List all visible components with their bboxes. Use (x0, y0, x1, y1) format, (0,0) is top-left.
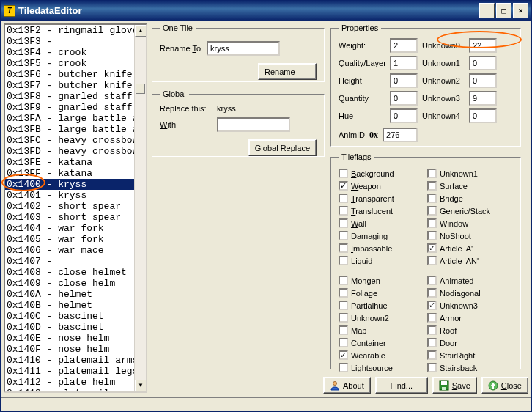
checkbox-icon[interactable] (339, 256, 348, 265)
checkbox-icon[interactable] (339, 338, 348, 347)
flag-lightsource[interactable]: Lightsource (339, 361, 424, 374)
flag-impassable[interactable]: Impassable (339, 242, 424, 254)
checkbox-icon[interactable] (339, 218, 348, 228)
list-item[interactable]: 0x13F4 - crook (5, 47, 146, 58)
prop-input-height[interactable] (390, 73, 418, 88)
list-item[interactable]: 0x1409 - close helm (5, 278, 146, 289)
flag-bridge[interactable]: Bridge (427, 192, 513, 205)
checkbox-icon[interactable] (339, 181, 348, 191)
tile-listbox[interactable]: 0x13F2 - ringmail gloves0x13F3 -0x13F4 -… (4, 23, 147, 393)
flag-armor[interactable]: Armor (427, 312, 513, 324)
list-item[interactable]: 0x1411 - platemail legs (5, 366, 146, 377)
checkbox-icon[interactable] (427, 194, 437, 203)
prop-input-unknown3[interactable] (469, 91, 497, 106)
checkbox-icon[interactable] (339, 243, 348, 253)
list-item[interactable]: 0x1410 - platemail arms (5, 355, 146, 366)
checkbox-icon[interactable] (427, 301, 437, 310)
with-input[interactable] (217, 117, 290, 132)
prop-input-weight[interactable] (390, 38, 418, 53)
flag-background[interactable]: Background (339, 167, 424, 180)
flag-unknown1[interactable]: Unknown1 (427, 167, 513, 180)
checkbox-icon[interactable] (427, 231, 437, 240)
list-item[interactable]: 0x1402 - short spear (5, 201, 146, 212)
prop-input-quantity[interactable] (390, 91, 418, 106)
checkbox-icon[interactable] (427, 325, 437, 335)
list-item[interactable]: 0x13F2 - ringmail gloves (5, 25, 146, 36)
list-item[interactable]: 0x1413 - platemail gorget (5, 388, 146, 393)
list-item[interactable]: 0x13F3 - (5, 36, 146, 47)
checkbox-icon[interactable] (427, 363, 437, 372)
prop-input-unknown1[interactable] (469, 56, 497, 70)
list-item[interactable]: 0x1400 - kryss (5, 179, 146, 190)
flag-container[interactable]: Container (339, 336, 424, 349)
checkbox-icon[interactable] (427, 276, 437, 285)
rename-input[interactable] (207, 41, 280, 56)
flag-unknown3[interactable]: Unknown3 (427, 299, 513, 312)
checkbox-icon[interactable] (427, 350, 437, 360)
minimize-button[interactable]: _ (479, 3, 495, 18)
checkbox-icon[interactable] (339, 194, 348, 203)
checkbox-icon[interactable] (427, 181, 437, 191)
checkbox-icon[interactable] (339, 313, 348, 323)
list-item[interactable]: 0x13FD - heavy crossbow (5, 146, 146, 157)
flag-genericstack[interactable]: Generic/Stack (427, 205, 513, 217)
flag-stairsback[interactable]: Stairsback (427, 361, 513, 374)
flag-nodiagonal[interactable]: Nodiagonal (427, 287, 513, 299)
checkbox-icon[interactable] (427, 206, 437, 216)
list-item[interactable]: 0x13F8 - gnarled staff (5, 91, 146, 102)
list-scrollbar[interactable]: ▲ ▼ (134, 25, 146, 391)
flag-wall[interactable]: Wall (339, 217, 424, 229)
flag-transparent[interactable]: Transparent (339, 192, 424, 205)
checkbox-icon[interactable] (427, 288, 437, 298)
scroll-down-icon[interactable]: ▼ (135, 380, 147, 391)
about-button[interactable]: About (323, 377, 371, 394)
global-replace-button[interactable]: Global Replace (248, 139, 317, 156)
list-item[interactable]: 0x13F5 - crook (5, 58, 146, 69)
list-item[interactable]: 0x140E - nose helm (5, 333, 146, 344)
list-item[interactable]: 0x13FB - large battle ax (5, 124, 146, 135)
list-item[interactable]: 0x13F7 - butcher knife (5, 80, 146, 91)
list-item[interactable]: 0x1412 - plate helm (5, 377, 146, 388)
list-item[interactable]: 0x1407 - (5, 256, 146, 267)
list-item[interactable]: 0x140D - bascinet (5, 322, 146, 333)
checkbox-icon[interactable] (339, 301, 348, 310)
prop-input-unknown4[interactable] (469, 108, 497, 123)
flag-mongen[interactable]: Mongen (339, 274, 424, 287)
list-item[interactable]: 0x13FA - large battle ax (5, 113, 146, 124)
maximize-button[interactable]: □ (496, 3, 511, 18)
flag-noshoot[interactable]: NoShoot (427, 229, 513, 242)
animid-input[interactable] (383, 128, 418, 142)
list-item[interactable]: 0x1406 - war mace (5, 245, 146, 256)
list-item[interactable]: 0x13FF - katana (5, 168, 146, 179)
flag-liquid[interactable]: Liquid (339, 254, 424, 267)
find-button[interactable]: Find... (375, 377, 428, 394)
flag-damaging[interactable]: Damaging (339, 229, 424, 242)
checkbox-icon[interactable] (339, 231, 348, 240)
flag-foliage[interactable]: Foliage (339, 287, 424, 299)
list-item[interactable]: 0x140F - nose helm (5, 344, 146, 355)
flag-weapon[interactable]: Weapon (339, 180, 424, 192)
list-item[interactable]: 0x13F9 - gnarled staff (5, 102, 146, 113)
list-item[interactable]: 0x140A - helmet (5, 289, 146, 300)
prop-input-hue[interactable] (390, 108, 418, 123)
prop-input-unknown0[interactable] (469, 38, 497, 53)
checkbox-icon[interactable] (427, 169, 437, 178)
checkbox-icon[interactable] (427, 243, 437, 253)
checkbox-icon[interactable] (427, 256, 437, 265)
list-item[interactable]: 0x1405 - war fork (5, 234, 146, 245)
prop-input-qualitylayer[interactable] (390, 56, 418, 70)
flag-roof[interactable]: Roof (427, 324, 513, 336)
flag-articlean[interactable]: Article 'AN' (427, 254, 513, 267)
save-button[interactable]: Save (432, 377, 477, 394)
list-item[interactable]: 0x13FC - heavy crossbow (5, 135, 146, 146)
flag-map[interactable]: Map (339, 324, 424, 336)
list-item[interactable]: 0x140C - bascinet (5, 311, 146, 322)
list-item[interactable]: 0x13FE - katana (5, 157, 146, 168)
scroll-up-icon[interactable]: ▲ (135, 25, 147, 37)
rename-button[interactable]: Rename (258, 63, 317, 80)
titlebar[interactable]: T TiledataEditor _ □ × (1, 1, 531, 21)
list-item[interactable]: 0x1408 - close helmet (5, 267, 146, 278)
checkbox-icon[interactable] (339, 276, 348, 285)
checkbox-icon[interactable] (339, 350, 348, 360)
list-item[interactable]: 0x1404 - war fork (5, 223, 146, 234)
